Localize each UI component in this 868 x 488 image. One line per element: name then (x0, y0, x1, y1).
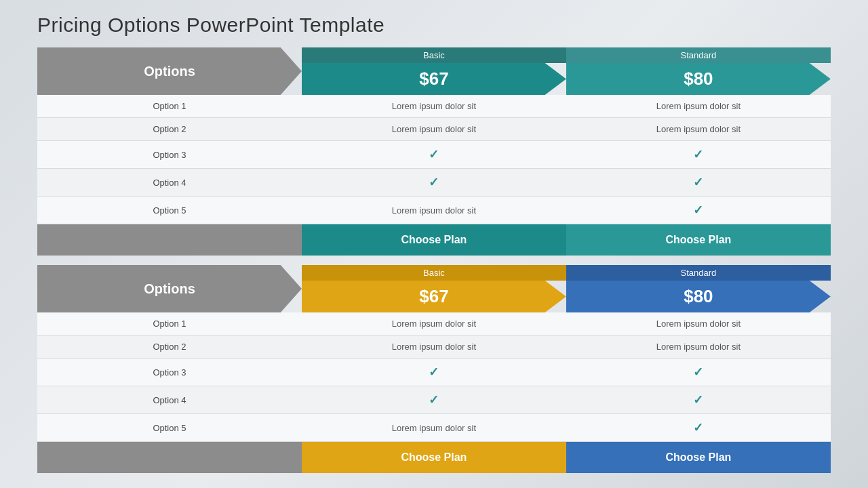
option-col2: ✓ (566, 141, 831, 168)
table2-footer: Choose Plan Choose Plan (37, 442, 831, 473)
table1-footer: Choose Plan Choose Plan (37, 224, 831, 256)
check-icon: ✓ (693, 175, 703, 190)
option-label: Option 4 (37, 386, 302, 413)
table2-options-header: Options (37, 265, 302, 312)
table1-plan1-header: Basic $67 (302, 47, 566, 95)
table-row: Option 4✓✓ (37, 169, 831, 197)
pricing-table-2: Options Basic $67 Standard $80 Option 1L… (37, 265, 831, 473)
check-icon: ✓ (429, 147, 439, 162)
option-label: Option 1 (37, 312, 302, 335)
table2-plan1-header: Basic $67 (302, 265, 566, 312)
table2-choose-plan-2[interactable]: Choose Plan (566, 442, 831, 473)
table-row: Option 1Lorem ipsum dolor sitLorem ipsum… (37, 312, 831, 336)
table2-data-rows: Option 1Lorem ipsum dolor sitLorem ipsum… (37, 312, 831, 442)
table2-footer-empty (37, 442, 302, 473)
check-icon: ✓ (693, 203, 703, 218)
option-col1: Lorem ipsum dolor sit (302, 118, 566, 140)
option-label: Option 5 (37, 197, 302, 224)
option-col1: ✓ (302, 386, 566, 413)
option-col1: Lorem ipsum dolor sit (302, 336, 566, 358)
option-col1: Lorem ipsum dolor sit (302, 312, 566, 335)
option-label: Option 3 (37, 359, 302, 386)
table1-options-header: Options (37, 47, 302, 95)
table-row: Option 2Lorem ipsum dolor sitLorem ipsum… (37, 118, 831, 141)
check-icon: ✓ (429, 175, 439, 190)
pricing-table-1: Options Basic $67 Standard $80 Option 1L… (37, 47, 831, 256)
option-col2: ✓ (566, 414, 831, 441)
table1-footer-empty (37, 224, 302, 256)
option-label: Option 2 (37, 336, 302, 358)
option-label: Option 3 (37, 141, 302, 168)
option-label: Option 5 (37, 414, 302, 441)
option-col1: ✓ (302, 141, 566, 168)
option-col2: Lorem ipsum dolor sit (566, 336, 831, 358)
option-col2: Lorem ipsum dolor sit (566, 118, 831, 140)
table-row: Option 5Lorem ipsum dolor sit✓ (37, 197, 831, 224)
option-col1: Lorem ipsum dolor sit (302, 414, 566, 441)
table-row: Option 3✓✓ (37, 359, 831, 386)
option-col1: Lorem ipsum dolor sit (302, 95, 566, 117)
table-row: Option 5Lorem ipsum dolor sit✓ (37, 414, 831, 442)
table1-data-rows: Option 1Lorem ipsum dolor sitLorem ipsum… (37, 95, 831, 224)
table2-plan2-header: Standard $80 (566, 265, 831, 312)
check-icon: ✓ (693, 420, 703, 435)
table-row: Option 4✓✓ (37, 386, 831, 414)
option-label: Option 2 (37, 118, 302, 140)
option-col2: ✓ (566, 197, 831, 224)
option-col1: ✓ (302, 169, 566, 196)
table-row: Option 1Lorem ipsum dolor sitLorem ipsum… (37, 95, 831, 118)
option-label: Option 4 (37, 169, 302, 196)
check-icon: ✓ (429, 365, 439, 380)
table1-header-row: Options Basic $67 Standard $80 (37, 47, 831, 95)
option-col1: Lorem ipsum dolor sit (302, 197, 566, 224)
check-icon: ✓ (429, 392, 439, 407)
option-col2: Lorem ipsum dolor sit (566, 312, 831, 335)
table2-choose-plan-1[interactable]: Choose Plan (302, 442, 566, 473)
check-icon: ✓ (693, 365, 703, 380)
table-row: Option 2Lorem ipsum dolor sitLorem ipsum… (37, 336, 831, 359)
table1-choose-plan-2[interactable]: Choose Plan (566, 224, 831, 256)
table2-header-row: Options Basic $67 Standard $80 (37, 265, 831, 312)
check-icon: ✓ (693, 392, 703, 407)
check-icon: ✓ (693, 147, 703, 162)
page-title: Pricing Options PowerPoint Template (37, 14, 831, 37)
option-col2: Lorem ipsum dolor sit (566, 95, 831, 117)
option-col2: ✓ (566, 386, 831, 413)
option-col1: ✓ (302, 359, 566, 386)
table-row: Option 3✓✓ (37, 141, 831, 169)
option-col2: ✓ (566, 359, 831, 386)
option-col2: ✓ (566, 169, 831, 196)
option-label: Option 1 (37, 95, 302, 117)
table1-plan2-header: Standard $80 (566, 47, 831, 95)
table1-choose-plan-1[interactable]: Choose Plan (302, 224, 566, 256)
